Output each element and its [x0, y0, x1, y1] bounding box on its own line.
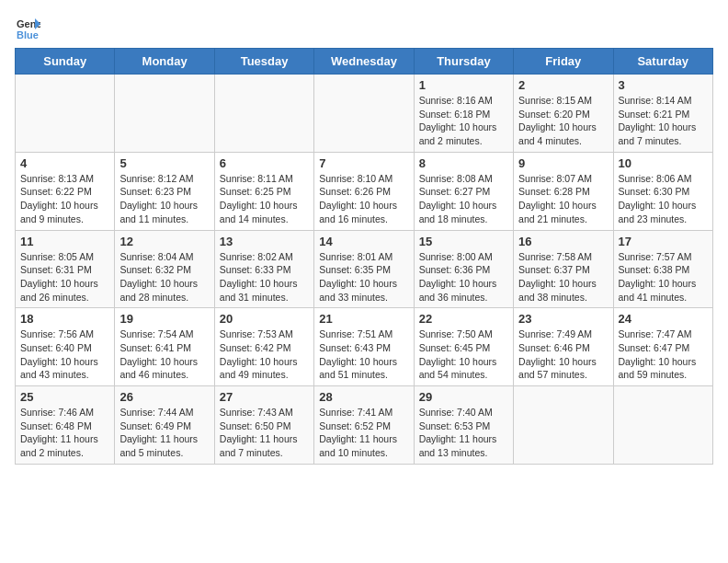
day-info-line: Daylight: 11 hours: [119, 433, 198, 444]
day-info-line: Sunrise: 7:47 AM: [619, 328, 692, 339]
day-info-line: Sunset: 6:21 PM: [619, 109, 690, 120]
day-number: 26: [119, 390, 209, 404]
day-info-line: Sunset: 6:45 PM: [419, 342, 491, 353]
day-info-line: and 14 minutes.: [220, 213, 289, 224]
day-info: Sunrise: 7:46 AMSunset: 6:48 PMDaylight:…: [20, 406, 109, 460]
day-info-line: Daylight: 10 hours: [518, 278, 597, 289]
day-info: Sunrise: 7:49 AMSunset: 6:46 PMDaylight:…: [518, 327, 608, 382]
day-info-line: Daylight: 11 hours: [220, 433, 298, 444]
calendar-cell: 9Sunrise: 8:07 AMSunset: 6:28 PMDaylight…: [514, 152, 613, 230]
day-info-line: Sunrise: 8:08 AM: [419, 173, 493, 184]
day-number: 14: [319, 235, 408, 248]
day-info-line: Sunrise: 7:51 AM: [319, 328, 392, 339]
day-info-line: Sunrise: 8:14 AM: [619, 95, 692, 106]
calendar-cell: 1Sunrise: 8:16 AMSunset: 6:18 PMDaylight…: [414, 75, 513, 153]
day-info-line: Sunrise: 7:54 AM: [119, 328, 193, 339]
calendar-cell: 15Sunrise: 8:00 AMSunset: 6:36 PMDayligh…: [414, 230, 513, 308]
day-number: 10: [619, 156, 708, 170]
day-info: Sunrise: 7:54 AMSunset: 6:41 PMDaylight:…: [119, 327, 209, 382]
day-info-line: Sunset: 6:28 PM: [518, 186, 590, 197]
day-info-line: Sunrise: 8:04 AM: [119, 251, 193, 262]
day-info-line: Sunset: 6:43 PM: [319, 342, 391, 353]
day-info-line: and 5 minutes.: [119, 447, 183, 458]
calendar-cell: 24Sunrise: 7:47 AMSunset: 6:47 PMDayligh…: [613, 308, 712, 386]
day-number: 1: [419, 78, 508, 92]
calendar-cell: 23Sunrise: 7:49 AMSunset: 6:46 PMDayligh…: [514, 308, 613, 386]
day-info: Sunrise: 7:51 AMSunset: 6:43 PMDaylight:…: [319, 327, 408, 382]
day-info: Sunrise: 8:11 AMSunset: 6:25 PMDaylight:…: [220, 172, 309, 226]
day-number: 27: [220, 390, 309, 404]
weekday-header-wednesday: Wednesday: [314, 49, 414, 75]
day-info-line: Daylight: 11 hours: [319, 433, 397, 444]
day-info-line: and 7 minutes.: [619, 135, 682, 146]
day-info-line: Sunset: 6:18 PM: [419, 109, 491, 120]
day-info-line: Sunrise: 8:02 AM: [220, 251, 293, 262]
day-number: 23: [518, 312, 608, 326]
day-info-line: and 26 minutes.: [20, 292, 89, 303]
weekday-header-saturday: Saturday: [613, 49, 712, 75]
svg-text:Blue: Blue: [17, 29, 39, 40]
day-info: Sunrise: 8:04 AMSunset: 6:32 PMDaylight:…: [119, 250, 209, 304]
day-info-line: and 2 minutes.: [419, 135, 483, 146]
day-info-line: Sunrise: 8:13 AM: [20, 173, 94, 184]
day-info-line: and 54 minutes.: [419, 369, 488, 380]
calendar-cell: 18Sunrise: 7:56 AMSunset: 6:40 PMDayligh…: [16, 308, 115, 386]
day-info-line: and 21 minutes.: [518, 213, 587, 224]
day-info-line: Sunset: 6:36 PM: [419, 264, 491, 275]
calendar-cell: 2Sunrise: 8:15 AMSunset: 6:20 PMDaylight…: [514, 75, 613, 153]
logo: General Blue: [15, 15, 44, 40]
calendar-cell: 11Sunrise: 8:05 AMSunset: 6:31 PMDayligh…: [16, 230, 115, 308]
day-info: Sunrise: 8:12 AMSunset: 6:23 PMDaylight:…: [119, 172, 209, 226]
calendar-cell: 26Sunrise: 7:44 AMSunset: 6:49 PMDayligh…: [115, 386, 214, 465]
calendar-cell: [613, 386, 712, 465]
day-info-line: Sunset: 6:26 PM: [319, 186, 391, 197]
calendar-cell: 29Sunrise: 7:40 AMSunset: 6:53 PMDayligh…: [414, 386, 513, 465]
calendar-cell: 21Sunrise: 7:51 AMSunset: 6:43 PMDayligh…: [314, 308, 414, 386]
day-info-line: and 38 minutes.: [518, 292, 587, 303]
day-info-line: Daylight: 10 hours: [419, 200, 497, 211]
calendar-cell: 6Sunrise: 8:11 AMSunset: 6:25 PMDaylight…: [214, 152, 313, 230]
day-info: Sunrise: 7:58 AMSunset: 6:37 PMDaylight:…: [518, 250, 608, 304]
day-info: Sunrise: 8:14 AMSunset: 6:21 PMDaylight:…: [619, 94, 708, 148]
calendar-cell: 28Sunrise: 7:41 AMSunset: 6:52 PMDayligh…: [314, 386, 414, 465]
day-info: Sunrise: 7:44 AMSunset: 6:49 PMDaylight:…: [119, 406, 209, 460]
day-info-line: Sunset: 6:27 PM: [419, 186, 491, 197]
day-info-line: and 2 minutes.: [20, 447, 84, 458]
day-number: 5: [119, 156, 209, 170]
day-info-line: Sunrise: 8:11 AM: [220, 173, 293, 184]
day-number: 21: [319, 312, 408, 326]
day-number: 28: [319, 390, 408, 404]
day-info: Sunrise: 8:08 AMSunset: 6:27 PMDaylight:…: [419, 172, 508, 226]
weekday-header-sunday: Sunday: [16, 49, 115, 75]
day-info-line: Sunrise: 7:44 AM: [119, 407, 193, 418]
day-info-line: and 10 minutes.: [319, 447, 388, 458]
day-info: Sunrise: 8:15 AMSunset: 6:20 PMDaylight:…: [518, 94, 608, 148]
day-info-line: Sunset: 6:20 PM: [518, 109, 590, 120]
calendar-cell: [314, 75, 414, 153]
day-info-line: Sunrise: 7:43 AM: [220, 407, 293, 418]
calendar-cell: 20Sunrise: 7:53 AMSunset: 6:42 PMDayligh…: [214, 308, 313, 386]
calendar-table: SundayMondayTuesdayWednesdayThursdayFrid…: [15, 48, 713, 465]
day-info-line: and 59 minutes.: [619, 369, 688, 380]
day-info-line: Sunrise: 7:56 AM: [20, 328, 94, 339]
calendar-cell: [514, 386, 613, 465]
day-info-line: Daylight: 10 hours: [619, 356, 697, 367]
day-info-line: Sunrise: 7:41 AM: [319, 407, 392, 418]
day-info-line: Daylight: 10 hours: [20, 200, 98, 211]
day-info-line: Daylight: 10 hours: [419, 356, 497, 367]
calendar-cell: 14Sunrise: 8:01 AMSunset: 6:35 PMDayligh…: [314, 230, 414, 308]
calendar-cell: [214, 75, 313, 153]
day-info-line: Daylight: 11 hours: [20, 433, 98, 444]
day-info: Sunrise: 8:00 AMSunset: 6:36 PMDaylight:…: [419, 250, 508, 304]
day-number: 18: [20, 312, 109, 326]
day-info-line: Sunrise: 8:05 AM: [20, 251, 94, 262]
day-info: Sunrise: 8:02 AMSunset: 6:33 PMDaylight:…: [220, 250, 309, 304]
day-info-line: and 41 minutes.: [619, 292, 688, 303]
day-number: 25: [20, 390, 109, 404]
day-info-line: Sunset: 6:53 PM: [419, 420, 491, 431]
day-info-line: Sunrise: 8:15 AM: [518, 95, 592, 106]
calendar-cell: 8Sunrise: 8:08 AMSunset: 6:27 PMDaylight…: [414, 152, 513, 230]
day-info-line: Daylight: 10 hours: [619, 278, 697, 289]
day-info: Sunrise: 8:07 AMSunset: 6:28 PMDaylight:…: [518, 172, 608, 226]
day-info-line: and 13 minutes.: [419, 447, 488, 458]
